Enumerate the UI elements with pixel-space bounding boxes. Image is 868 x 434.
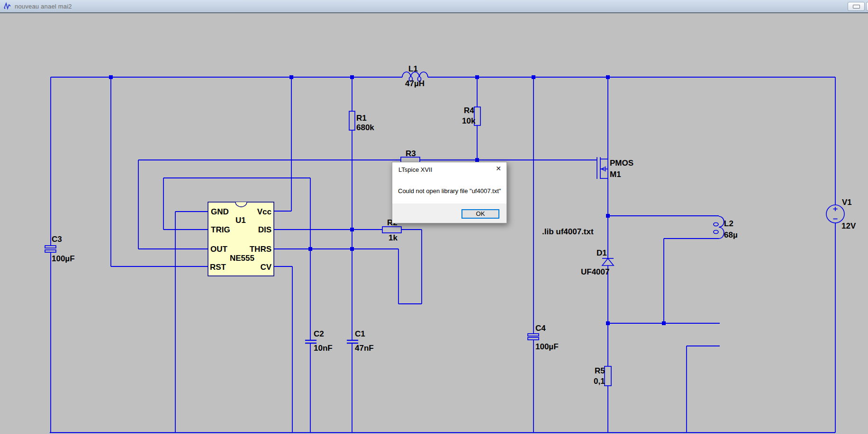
- spice-directive-text[interactable]: .lib uf4007.txt: [542, 228, 594, 236]
- error-dialog: LTspice XVII ✕ Could not open library fi…: [392, 162, 507, 223]
- ltspice-app-icon: [3, 2, 12, 10]
- label-C1-ref[interactable]: C1: [355, 330, 365, 338]
- label-L1-ref[interactable]: L1: [408, 65, 418, 73]
- label-R5-ref[interactable]: R5: [595, 367, 605, 375]
- resistor-R2-symbol[interactable]: [382, 227, 401, 233]
- schematic-canvas[interactable]: [0, 13, 868, 434]
- pin-label-out: OUT: [210, 245, 227, 253]
- pmos-M1-symbol[interactable]: [597, 157, 608, 179]
- label-M1-ref[interactable]: M1: [610, 170, 621, 178]
- restore-window-button[interactable]: [848, 2, 865, 11]
- window-title: nouveau anael mai2: [15, 3, 72, 10]
- dialog-title: LTspice XVII: [398, 166, 432, 173]
- label-C4-ref[interactable]: C4: [535, 324, 546, 332]
- label-R3-ref[interactable]: R3: [406, 150, 416, 158]
- label-R5-value[interactable]: 0,1: [594, 377, 605, 385]
- label-L2-value[interactable]: 68µ: [724, 231, 738, 239]
- pin-label-cv: CV: [232, 263, 271, 271]
- schematic-wires[interactable]: [50, 77, 835, 433]
- pin-label-vcc: Vcc: [232, 208, 271, 216]
- label-C3-ref[interactable]: C3: [52, 235, 62, 243]
- close-icon[interactable]: ✕: [490, 162, 506, 175]
- window-titlebar[interactable]: nouveau anael mai2: [0, 0, 868, 12]
- diode-D1-symbol[interactable]: [602, 258, 614, 266]
- label-C4-value[interactable]: 100µF: [535, 343, 559, 351]
- pin-label-dis: DIS: [232, 226, 271, 234]
- resistor-R5-symbol[interactable]: [605, 366, 611, 386]
- label-R1-ref[interactable]: R1: [356, 114, 367, 122]
- titlebar-separator: [0, 12, 868, 13]
- label-L1-value[interactable]: 47µH: [405, 80, 425, 88]
- label-D1-value[interactable]: UF4007: [581, 268, 609, 276]
- capacitor-C4-symbol[interactable]: [528, 334, 539, 340]
- capacitor-C3-symbol[interactable]: [45, 246, 56, 252]
- label-C1-value[interactable]: 47nF: [355, 344, 374, 352]
- pin-label-gnd: GND: [211, 208, 229, 216]
- label-U1-ref[interactable]: U1: [235, 216, 246, 224]
- ok-button[interactable]: OK: [461, 209, 499, 219]
- dialog-titlebar[interactable]: LTspice XVII ✕: [392, 162, 506, 176]
- label-U1-part[interactable]: NE555: [230, 254, 254, 262]
- voltage-source-V1-symbol[interactable]: [826, 205, 844, 223]
- label-L2-ref[interactable]: L2: [724, 220, 733, 228]
- restore-icon: [853, 5, 860, 9]
- label-R4-ref[interactable]: R4: [464, 106, 474, 115]
- label-V1-ref[interactable]: V1: [842, 198, 852, 206]
- capacitor-C1-symbol[interactable]: [347, 340, 358, 343]
- label-R2-value[interactable]: 1k: [389, 234, 398, 242]
- label-C2-ref[interactable]: C2: [314, 330, 324, 338]
- pin-label-thrs: THRS: [232, 245, 271, 253]
- edge-window-button: [866, 2, 868, 11]
- label-D1-ref[interactable]: D1: [597, 249, 607, 257]
- dialog-message: Could not open library file "uf4007.txt": [398, 187, 501, 195]
- label-V1-value[interactable]: 12V: [841, 222, 856, 230]
- schematic-drawing: [0, 13, 868, 434]
- capacitor-C2-symbol[interactable]: [305, 340, 316, 343]
- label-R1-value[interactable]: 680k: [356, 124, 374, 132]
- pin-label-rst: RST: [210, 263, 226, 271]
- wire-junctions: [109, 75, 666, 325]
- resistor-R1-symbol[interactable]: [349, 111, 355, 130]
- label-C2-value[interactable]: 10nF: [314, 344, 333, 352]
- label-C3-value[interactable]: 100µF: [52, 255, 75, 263]
- label-R4-value[interactable]: 10k: [462, 117, 475, 125]
- pin-label-trig: TRIG: [211, 226, 230, 234]
- label-M1-type[interactable]: PMOS: [610, 159, 633, 167]
- inductor-L2-symbol[interactable]: [714, 216, 724, 239]
